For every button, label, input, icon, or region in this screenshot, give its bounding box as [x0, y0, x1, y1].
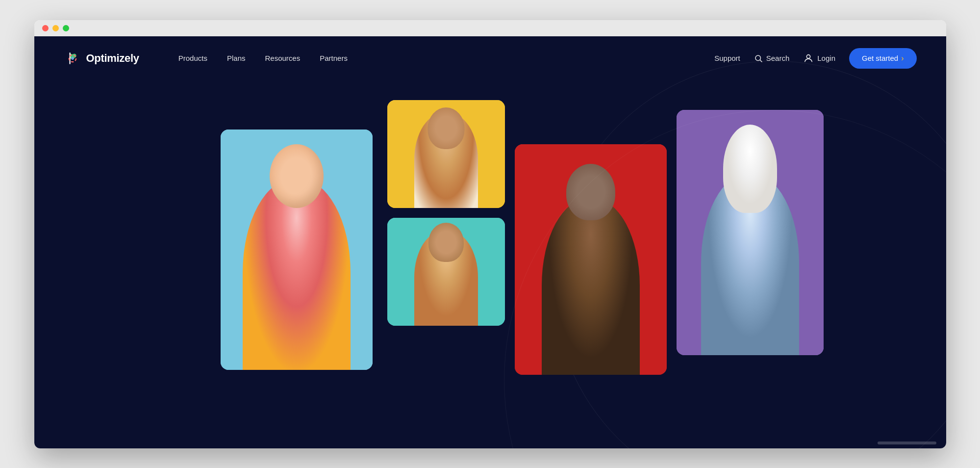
- nav-support-link[interactable]: Support: [714, 54, 740, 62]
- search-label: Search: [766, 54, 790, 62]
- traffic-light-green[interactable]: [63, 25, 69, 31]
- traffic-light-yellow[interactable]: [52, 25, 59, 31]
- user-icon: [803, 53, 814, 64]
- arrow-icon: ›: [901, 54, 904, 63]
- nav-link-plans[interactable]: Plans: [227, 54, 246, 62]
- photo-card-yellow-laugh: [387, 100, 505, 208]
- svg-point-5: [807, 54, 810, 58]
- photo-card-hijab-woman: [677, 110, 824, 355]
- nav-link-resources[interactable]: Resources: [265, 54, 300, 62]
- photo-card-red-man: [515, 144, 667, 375]
- page-content: Optimizely Products Plans Resources Part…: [34, 36, 946, 448]
- browser-chrome: [34, 20, 946, 36]
- image-pink-hair: [221, 130, 373, 370]
- optimizely-logo-icon: [64, 50, 81, 67]
- nav-right: Support Search Login Get s: [714, 48, 916, 69]
- get-started-button[interactable]: Get started ›: [849, 48, 917, 69]
- image-hijab-woman: [677, 110, 824, 355]
- svg-point-2: [71, 57, 74, 59]
- image-yellow-laugh: [387, 100, 505, 208]
- browser-window: Optimizely Products Plans Resources Part…: [34, 20, 946, 448]
- nav-link-products[interactable]: Products: [178, 54, 207, 62]
- image-red-man: [515, 144, 667, 375]
- photo-card-teal-woman: [387, 218, 505, 326]
- search-icon: [754, 54, 763, 63]
- nav-links: Products Plans Resources Partners: [178, 54, 714, 62]
- main-nav: Optimizely Products Plans Resources Part…: [34, 36, 946, 80]
- svg-point-3: [755, 55, 761, 61]
- nav-search-button[interactable]: Search: [754, 54, 790, 63]
- login-label: Login: [817, 54, 835, 62]
- hero-area: [34, 80, 946, 424]
- nav-login-button[interactable]: Login: [803, 53, 835, 64]
- photo-card-pink-hair: [221, 130, 373, 370]
- logo-text: Optimizely: [86, 52, 139, 65]
- logo-area[interactable]: Optimizely: [64, 50, 139, 67]
- traffic-light-red[interactable]: [42, 25, 49, 31]
- scrollbar-hint[interactable]: [878, 442, 936, 444]
- photos-grid: [221, 100, 760, 404]
- image-teal-woman: [387, 218, 505, 326]
- nav-link-partners[interactable]: Partners: [320, 54, 348, 62]
- svg-line-4: [760, 60, 762, 62]
- get-started-label: Get started: [862, 54, 898, 62]
